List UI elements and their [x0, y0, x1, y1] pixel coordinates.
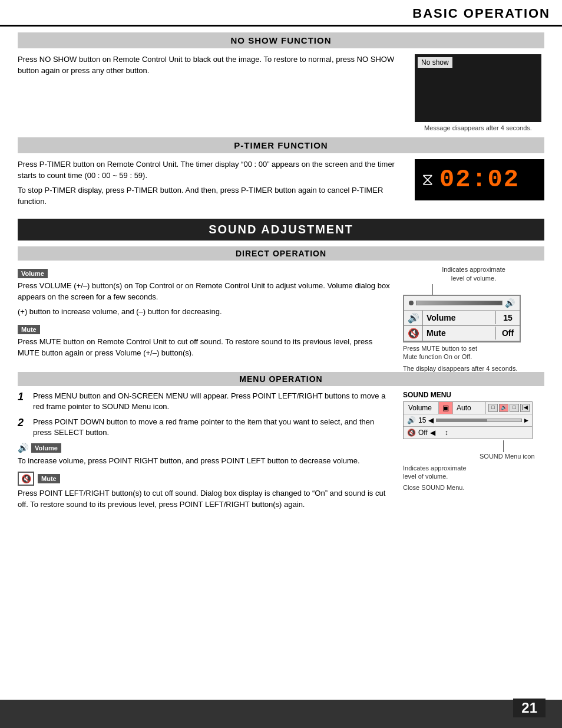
arrow-line	[432, 284, 433, 295]
page-header: BASIC OPERATION	[0, 0, 562, 27]
noshow-description: Press NO SHOW button on Remote Control U…	[18, 54, 403, 77]
page-title: BASIC OPERATION	[412, 6, 550, 21]
menu-vol-icon: 🔊	[18, 443, 29, 453]
sound-header: SOUND ADJUSTMENT	[18, 219, 544, 241]
menu-off-val: Off	[418, 429, 428, 437]
volume-display-label: Volume	[423, 311, 496, 324]
menu-top-row: Volume ▣ Auto □ 🔊 □ |◀	[404, 402, 532, 414]
volume-bar-row: 🔊	[404, 296, 520, 311]
menu-vol-slider	[436, 419, 522, 422]
menu-volume-label: Volume	[31, 443, 61, 453]
ptimer-icon: ⧖	[422, 170, 434, 190]
volume-bar	[416, 301, 503, 305]
indicate-caption2: Indicates approximatelevel of volume.	[403, 464, 544, 481]
menu-vol-arrow-l: ◀	[428, 416, 434, 424]
menu-auto-cell: Auto	[453, 402, 486, 414]
menu-mute-desc: Press POINT LEFT/RIGHT button(s) to cut …	[18, 488, 391, 510]
menu-vol-icon2: 🔊	[407, 416, 416, 424]
menu-vol-bar-row: 🔊 15 ◀ ▶	[404, 414, 532, 427]
volume-display-row: 🔊 Volume 15	[404, 311, 520, 326]
mute-speaker-icon: 🔇	[404, 326, 423, 341]
menu-vol-arrow-r: ▶	[524, 417, 528, 423]
ptimer-desc2: To stop P-TIMER display, press P-TIMER b…	[18, 185, 403, 207]
menu-header: MENU OPERATION	[18, 372, 544, 386]
noshow-section: NO SHOW FUNCTION Press NO SHOW button on…	[18, 32, 544, 131]
sound-menu-diagram: Volume ▣ Auto □ 🔊 □ |◀ �	[403, 401, 533, 439]
step1-text: Press MENU button and ON-SCREEN MENU wil…	[33, 391, 391, 412]
menu-mute-icon2: 🔇	[407, 429, 416, 437]
ptimer-header: P-TIMER FUNCTION	[18, 137, 544, 153]
noshow-text: Press NO SHOW button on Remote Control U…	[18, 54, 403, 131]
noshow-screen-label: No show	[418, 57, 452, 68]
noshow-visual: No show Message disappears after 4 secon…	[415, 54, 544, 131]
noshow-header: NO SHOW FUNCTION	[18, 32, 544, 48]
sound-section: SOUND ADJUSTMENT DIRECT OPERATION Volume…	[18, 219, 544, 513]
ptimer-visual: ⧖ 02:02	[415, 159, 544, 210]
volume-inline-label: Volume	[18, 269, 48, 278]
menu-pointer-icon: ↕	[445, 429, 448, 437]
menu-select-icon: ▣	[439, 402, 453, 414]
noshow-caption: Message disappears after 4 seconds.	[415, 124, 541, 131]
direct-content: Volume Press VOLUME (+/–) button(s) on T…	[18, 265, 544, 371]
bottom-bar	[0, 700, 562, 728]
menu-icon4: |◀	[520, 404, 530, 412]
sound-menu-icon-label: SOUND Menu icon	[480, 452, 544, 460]
vol-wave-icon: 🔊	[505, 298, 515, 308]
sound-icon-arrow	[503, 440, 504, 452]
menu-mute-spacer	[438, 430, 442, 435]
step1-row: 1 Press MENU button and ON-SCREEN MENU w…	[18, 391, 391, 412]
step1-num: 1	[18, 391, 28, 412]
ptimer-text: Press P-TIMER button on Remote Control U…	[18, 159, 403, 210]
ptimer-content: Press P-TIMER button on Remote Control U…	[18, 159, 544, 210]
mute-caption: Press MUTE button to setMute function On…	[403, 344, 544, 361]
menu-icon3: □	[510, 404, 519, 412]
sound-menu-icon-row	[403, 440, 544, 452]
mute-display-label: Mute	[423, 327, 496, 340]
volume-desc: Press VOLUME (+/–) button(s) on Top Cont…	[18, 281, 391, 303]
menu-icon-row: □ 🔊 □ |◀	[486, 402, 532, 414]
menu-volume-label-row: 🔊 Volume	[18, 443, 391, 453]
menu-mute-label-row: 🔇 Mute	[18, 472, 391, 486]
indicator-caption: Indicates approximatelevel of volume.	[403, 265, 544, 282]
page-number: 21	[513, 699, 546, 717]
direct-section: DIRECT OPERATION Volume Press VOLUME (+/…	[18, 246, 544, 371]
ptimer-time: 02:02	[439, 166, 520, 194]
disappear-caption: The display disappears after 4 seconds.	[403, 365, 544, 372]
menu-mute-arrow: ◀	[430, 429, 435, 437]
step2-text: Press POINT DOWN button to move a red fr…	[33, 417, 391, 438]
mute-inline-label: Mute	[18, 325, 40, 334]
mute-display-value: Off	[496, 327, 520, 340]
menu-right: SOUND MENU Volume ▣ Auto □ 🔊 □	[403, 391, 544, 514]
ptimer-section: P-TIMER FUNCTION Press P-TIMER button on…	[18, 137, 544, 210]
volume-display-box: 🔊 🔊 Volume 15 🔇 Mute Off	[403, 295, 521, 342]
menu-mute-row: 🔇 Off ◀ ↕	[404, 427, 532, 439]
menu-volume-desc: To increase volume, press POINT RIGHT bu…	[18, 456, 391, 467]
step2-num: 2	[18, 417, 28, 438]
menu-mute-icon-box: 🔇	[18, 472, 34, 486]
step2-row: 2 Press POINT DOWN button to move a red …	[18, 417, 391, 438]
menu-vol-val: 15	[418, 416, 426, 424]
menu-section: MENU OPERATION 1 Press MENU button and O…	[18, 372, 544, 514]
sound-menu-label: SOUND MENU	[403, 391, 544, 399]
ptimer-desc1: Press P-TIMER button on Remote Control U…	[18, 159, 403, 182]
menu-mute-label: Mute	[38, 474, 60, 483]
noshow-content: Press NO SHOW button on Remote Control U…	[18, 54, 544, 131]
menu-volume-cell: Volume	[404, 402, 439, 414]
direct-right: Indicates approximatelevel of volume. 🔊 …	[403, 265, 544, 371]
direct-left: Volume Press VOLUME (+/–) button(s) on T…	[18, 265, 391, 371]
volume-speaker-icon: 🔊	[404, 311, 423, 325]
main-content: NO SHOW FUNCTION Press NO SHOW button on…	[0, 27, 562, 526]
noshow-screen: No show	[415, 54, 541, 122]
menu-icon1: □	[488, 404, 498, 412]
dot-left	[409, 301, 414, 305]
volume-display-value: 15	[496, 311, 520, 324]
ptimer-display: ⧖ 02:02	[415, 159, 544, 200]
menu-content: 1 Press MENU button and ON-SCREEN MENU w…	[18, 391, 544, 514]
menu-left: 1 Press MENU button and ON-SCREEN MENU w…	[18, 391, 391, 514]
close-label: Close SOUND Menu.	[403, 484, 544, 491]
mute-desc: Press MUTE button on Remote Control Unit…	[18, 337, 391, 359]
menu-icon2: 🔊	[499, 404, 508, 412]
direct-header: DIRECT OPERATION	[18, 246, 544, 261]
volume-desc2: (+) button to increase volume, and (–) b…	[18, 307, 391, 318]
mute-display-row: 🔇 Mute Off	[404, 326, 520, 341]
